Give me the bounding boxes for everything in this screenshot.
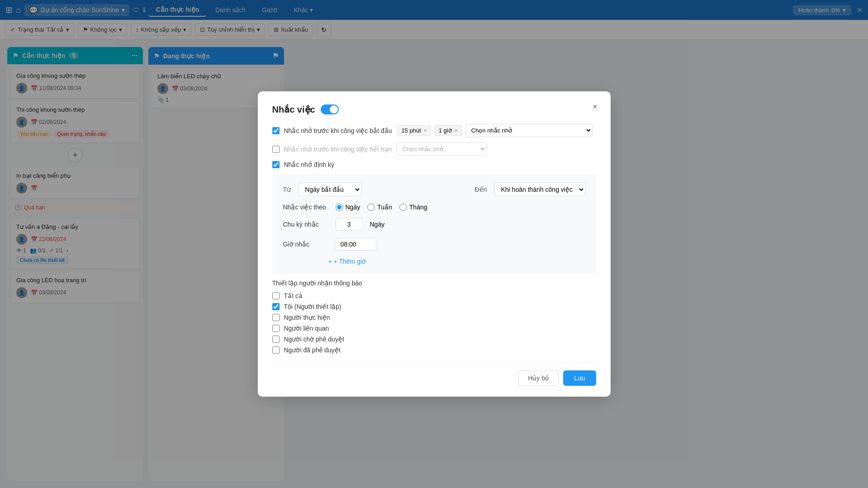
to-select[interactable]: Khi hoàn thành công việc	[494, 183, 585, 196]
cycle-unit: Ngày	[370, 221, 385, 228]
save-button[interactable]: Lưu	[563, 370, 596, 386]
tag-close-icon[interactable]: ×	[455, 128, 458, 134]
radio-ngay[interactable]: Ngày	[336, 204, 360, 211]
radio-ngay-input[interactable]	[336, 204, 343, 211]
radio-group-frequency: Ngày Tuần Tháng	[336, 204, 427, 211]
recipient-toi: Tôi (Người thiết lập)	[272, 303, 596, 310]
reminder-before-start-options: 15 phút × 1 giờ × Chọn nhắc nhở	[397, 124, 596, 137]
toggle-switch[interactable]	[321, 104, 339, 114]
radio-thang-label: Tháng	[409, 204, 427, 211]
radio-thang[interactable]: Tháng	[399, 204, 427, 211]
reminder-periodic-checkbox[interactable]	[272, 161, 280, 168]
radio-thang-input[interactable]	[399, 204, 407, 211]
reminder-before-start-checkbox[interactable]	[272, 127, 280, 134]
recipient-section: Thiết lập người nhận thông báo Tất cả Tô…	[272, 280, 596, 354]
reminder-select-deadline[interactable]: Chọn nhắc nhở	[396, 142, 487, 156]
reminder-before-deadline-row: Nhắc nhở trước khi công việc hết hạn Chọ…	[272, 142, 596, 156]
add-time-row: + + Thêm giờ	[283, 258, 585, 265]
recipient-nguoi-lien-quan: Người liên quan	[272, 325, 596, 332]
cancel-button[interactable]: Hủy bỏ	[518, 370, 559, 386]
tag-label: 15 phút	[401, 127, 421, 134]
time-row: Giờ nhắc	[283, 238, 585, 251]
reminder-select-start[interactable]: Chọn nhắc nhở	[465, 124, 593, 137]
from-to-row: Từ Ngày bắt đầu Đến Khi hoàn thành công …	[283, 183, 585, 196]
periodic-settings-box: Từ Ngày bắt đầu Đến Khi hoàn thành công …	[272, 174, 596, 274]
from-select[interactable]: Ngày bắt đầu	[298, 183, 361, 196]
time-input[interactable]	[336, 238, 376, 251]
reminder-before-start-checkbox-row: Nhắc nhở trước khi công việc bắt đầu	[272, 127, 392, 134]
add-time-button[interactable]: + + Thêm giờ	[328, 258, 366, 265]
recipient-nguoi-da-phe-duyet: Người đã phê duyệt	[272, 346, 596, 354]
reminder-before-start-label: Nhắc nhở trước khi công việc bắt đầu	[284, 127, 392, 134]
tag-label: 1 giờ	[439, 127, 452, 134]
recipient-label: Người thực hiện	[284, 314, 330, 321]
frequency-row: Nhắc việc theo Ngày Tuần Tháng	[283, 204, 585, 211]
recipient-list: Tất cả Tôi (Người thiết lập) Người thực …	[272, 292, 596, 354]
reminder-before-deadline-label: Nhắc nhở trước khi công việc hết hạn	[284, 146, 392, 153]
recipient-tat-ca-checkbox[interactable]	[272, 292, 280, 299]
modal-title: Nhắc việc	[272, 104, 315, 115]
recipient-nguoi-thuc-hien-checkbox[interactable]	[272, 314, 280, 321]
modal-footer: Hủy bỏ Lưu	[272, 363, 596, 386]
cycle-label: Chu kỳ nhắc	[283, 221, 328, 228]
to-label: Đến	[475, 186, 487, 193]
modal-header: Nhắc việc	[272, 104, 596, 115]
recipient-nguoi-thuc-hien: Người thực hiện	[272, 314, 596, 321]
recipient-label: Người đã phê duyệt	[284, 346, 341, 354]
recipient-tat-ca: Tất cả	[272, 292, 596, 299]
recipient-label: Người chờ phê duyệt	[284, 336, 344, 343]
from-label: Từ	[283, 186, 291, 193]
recipient-nguoi-cho-phe-duyet: Người chờ phê duyệt	[272, 336, 596, 343]
reminder-modal: Nhắc việc × Nhắc nhở trước khi công việc…	[258, 91, 611, 397]
reminder-tag-15min: 15 phút ×	[397, 125, 431, 136]
radio-tuan[interactable]: Tuần	[367, 204, 392, 211]
cycle-input[interactable]	[336, 218, 363, 231]
reminder-before-deadline-checkbox[interactable]	[272, 146, 280, 153]
time-label: Giờ nhắc	[283, 241, 328, 248]
modal-overlay[interactable]: Nhắc việc × Nhắc nhở trước khi công việc…	[0, 0, 868, 488]
plus-icon: +	[328, 258, 332, 265]
recipient-toi-checkbox[interactable]	[272, 303, 280, 310]
modal-close-button[interactable]: ×	[589, 100, 602, 113]
recipient-label: Tôi (Người thiết lập)	[284, 303, 342, 310]
recipient-nguoi-da-phe-duyet-checkbox[interactable]	[272, 346, 280, 354]
reminder-periodic-row: Nhắc nhở định kỳ	[272, 161, 596, 168]
radio-tuan-label: Tuần	[377, 204, 392, 211]
reminder-before-start-row: Nhắc nhở trước khi công việc bắt đầu 15 …	[272, 124, 596, 137]
tag-close-icon[interactable]: ×	[424, 128, 427, 134]
recipient-section-title: Thiết lập người nhận thông báo	[272, 280, 596, 287]
radio-ngay-label: Ngày	[346, 204, 360, 211]
recipient-label: Tất cả	[284, 292, 303, 299]
reminder-tag-1h: 1 giờ ×	[435, 125, 462, 136]
reminder-periodic-label: Nhắc nhở định kỳ	[284, 161, 335, 168]
cycle-row: Chu kỳ nhắc Ngày	[283, 218, 585, 231]
frequency-label: Nhắc việc theo	[283, 204, 328, 211]
add-time-label: + Thêm giờ	[334, 258, 366, 265]
recipient-nguoi-cho-phe-duyet-checkbox[interactable]	[272, 336, 280, 343]
recipient-nguoi-lien-quan-checkbox[interactable]	[272, 325, 280, 332]
recipient-label: Người liên quan	[284, 325, 329, 332]
radio-tuan-input[interactable]	[367, 204, 375, 211]
